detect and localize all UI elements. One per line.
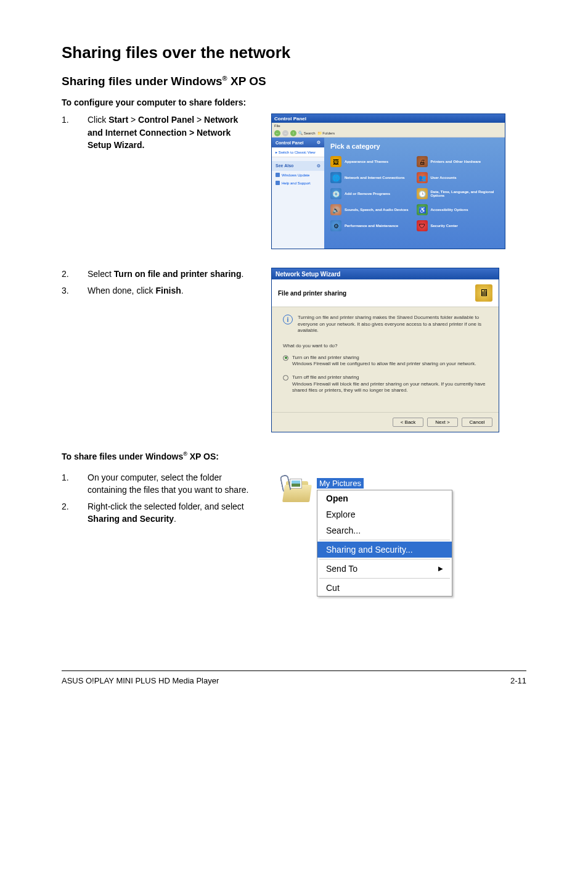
users-icon: 👥 xyxy=(417,172,428,183)
menu-file[interactable]: File xyxy=(274,124,280,128)
footer-page-number: 2-11 xyxy=(510,676,526,685)
cp-menubar: File xyxy=(272,123,505,129)
step-text: Select Turn on file and printer sharing. xyxy=(88,268,253,280)
ctx-sharing-security[interactable]: Sharing and Security... xyxy=(317,542,452,558)
ctx-explore[interactable]: Explore xyxy=(317,506,452,522)
back-button[interactable]: < Back xyxy=(393,418,423,427)
wiz-title: Network Setup Wizard xyxy=(276,271,340,278)
wiz-button-row: < Back Next > Cancel xyxy=(272,412,499,432)
cat-appearance[interactable]: 🖼Appearance and Themes xyxy=(330,156,413,167)
collapse-icon[interactable]: ⊙ xyxy=(317,163,321,168)
txt: > xyxy=(194,115,204,125)
cp-main: Pick a category 🖼Appearance and Themes 🖨… xyxy=(324,138,505,249)
cat-security[interactable]: 🛡Security Center xyxy=(417,220,499,231)
up-button[interactable]: ↑ xyxy=(290,130,296,136)
addremove-icon: 💿 xyxy=(330,188,341,199)
steps-col-3: 1. On your computer, select the folder c… xyxy=(62,471,253,596)
txt: Right-click the selected folder, and sel… xyxy=(88,501,244,511)
step-list-3: 1. On your computer, select the folder c… xyxy=(62,471,253,525)
page-footer: ASUS O!PLAY MINI PLUS HD Media Player 2-… xyxy=(62,670,526,685)
step-number: 3. xyxy=(62,284,74,297)
ctx-cut[interactable]: Cut xyxy=(317,580,452,596)
cp-switch-view[interactable]: ▸ Switch to Classic View xyxy=(272,147,324,157)
screenshot-wizard: Network Setup Wizard File and printer sh… xyxy=(271,268,526,432)
security-icon: 🛡 xyxy=(417,220,428,231)
share-heading: To share files under Windows® XP OS: xyxy=(62,451,526,461)
ctx-open[interactable]: Open xyxy=(317,490,452,506)
screenshot-context-menu: My Pictures Open Explore Search... Shari… xyxy=(271,471,526,596)
wiz-header: File and printer sharing 🖥 xyxy=(272,279,499,307)
cat-sounds[interactable]: 🔊Sounds, Speech, and Audio Devices xyxy=(330,204,413,215)
back-button[interactable]: ← xyxy=(274,130,280,136)
step-text: Right-click the selected folder, and sel… xyxy=(88,500,253,526)
cp-sidebar: Control Panel⊙ ▸ Switch to Classic View … xyxy=(272,138,324,249)
forward-button[interactable]: → xyxy=(282,130,288,136)
txt: Click xyxy=(88,115,108,125)
bold: Finish xyxy=(156,286,181,295)
submenu-arrow-icon: ▶ xyxy=(438,565,443,572)
wiz-option-on[interactable]: Turn on file and printer sharingWindows … xyxy=(283,355,488,368)
search-button[interactable]: 🔍 Search xyxy=(298,131,316,135)
txt: . xyxy=(241,269,243,279)
ctx-send-to[interactable]: Send To▶ xyxy=(317,561,452,577)
opt-text: Turn on file and printer sharingWindows … xyxy=(292,355,476,368)
step-2: 2. Select Turn on file and printer shari… xyxy=(62,268,253,280)
step-1: 1. Click Start > Control Panel > Network… xyxy=(62,113,253,151)
cat-network[interactable]: 🌐Network and Internet Connections xyxy=(330,172,413,183)
section-3: 1. On your computer, select the folder c… xyxy=(62,471,526,596)
share-heading-text: To share files under Windows xyxy=(62,452,183,461)
printers-icon: 🖨 xyxy=(417,156,428,167)
wiz-header-text: File and printer sharing xyxy=(278,290,346,297)
ctx-search[interactable]: Search... xyxy=(317,522,452,538)
context-menu: Open Explore Search... Sharing and Secur… xyxy=(317,490,452,596)
main-heading: Sharing files over the network xyxy=(62,43,526,62)
cat-users[interactable]: 👥User Accounts xyxy=(417,172,499,183)
cat-accessibility[interactable]: ♿Accessibility Options xyxy=(417,204,499,215)
folders-button[interactable]: 📁 Folders xyxy=(317,131,335,135)
step-number: 1. xyxy=(62,113,74,151)
wizard-icon: 🖥 xyxy=(475,284,492,302)
radio-off[interactable] xyxy=(283,375,288,381)
appearance-icon: 🖼 xyxy=(330,156,341,167)
photo-thumb-icon xyxy=(290,479,302,489)
cat-performance[interactable]: ⚙Performance and Maintenance xyxy=(330,220,413,231)
registered-mark: ® xyxy=(223,75,227,82)
share-heading-suffix: XP OS: xyxy=(187,452,219,461)
step-text: On your computer, select the folder cont… xyxy=(88,471,253,497)
document-page: Sharing files over the network Sharing f… xyxy=(0,0,588,704)
footer-product: ASUS O!PLAY MINI PLUS HD Media Player xyxy=(62,676,219,685)
context-menu-column: My Pictures Open Explore Search... Shari… xyxy=(317,477,481,596)
access-icon: ♿ xyxy=(417,204,428,215)
folder-row: My Pictures Open Explore Search... Shari… xyxy=(284,477,481,596)
bold: Sharing and Security xyxy=(88,514,174,524)
perf-icon: ⚙ xyxy=(330,220,341,231)
cat-printers[interactable]: 🖨Printers and Other Hardware xyxy=(417,156,499,167)
wiz-option-off[interactable]: Turn off file and printer sharingWindows… xyxy=(283,374,488,394)
cat-datetime[interactable]: 🕒Date, Time, Language, and Regional Opti… xyxy=(417,188,499,199)
folder-label: My Pictures xyxy=(317,478,364,489)
wiz-content: i Turning on file and printer sharing ma… xyxy=(272,307,499,412)
step-s2: 2. Right-click the selected folder, and … xyxy=(62,500,253,526)
cat-add-remove[interactable]: 💿Add or Remove Programs xyxy=(330,188,413,199)
separator xyxy=(319,559,450,559)
paperclip-icon xyxy=(279,474,291,492)
datetime-icon: 🕒 xyxy=(417,188,428,199)
cp-help-support[interactable]: Help and Support xyxy=(272,179,324,187)
step-text: When done, click Finish. xyxy=(88,284,253,297)
step-list-2: 2. Select Turn on file and printer shari… xyxy=(62,268,253,297)
step-3: 3. When done, click Finish. xyxy=(62,284,253,297)
collapse-icon[interactable]: ⊙ xyxy=(317,140,321,145)
wiz-info-text: Turning on file and printer sharing make… xyxy=(298,315,488,334)
cancel-button[interactable]: Cancel xyxy=(462,418,492,427)
cp-category-grid: 🖼Appearance and Themes 🖨Printers and Oth… xyxy=(330,156,499,231)
sub-heading-text: Sharing files under Windows xyxy=(62,75,223,88)
step-list-1: 1. Click Start > Control Panel > Network… xyxy=(62,113,253,151)
steps-col-2: 2. Select Turn on file and printer shari… xyxy=(62,268,253,432)
folder-icon[interactable] xyxy=(284,477,313,503)
radio-on[interactable] xyxy=(283,355,288,361)
opt-text: Turn off file and printer sharingWindows… xyxy=(292,374,488,394)
sounds-icon: 🔊 xyxy=(330,204,341,215)
txt: > xyxy=(128,115,138,125)
cp-windows-update[interactable]: Windows Update xyxy=(272,171,324,179)
next-button[interactable]: Next > xyxy=(427,418,458,427)
